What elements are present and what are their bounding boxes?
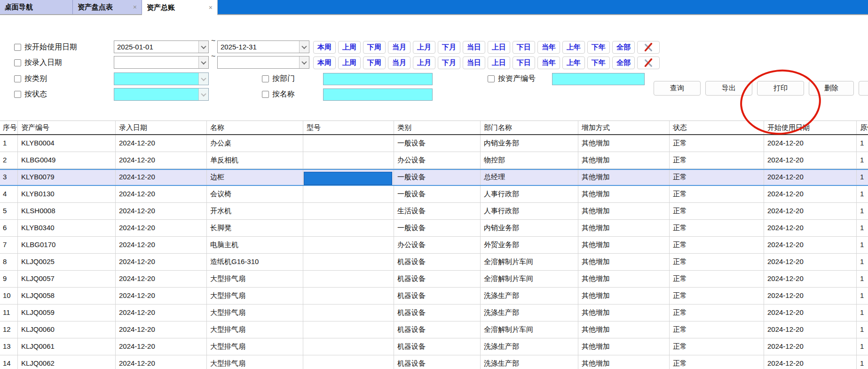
cell-department[interactable]: 全溶解制片车间	[481, 254, 578, 270]
cell-no[interactable]: 13	[0, 338, 18, 355]
table-row[interactable]: 14KLJQ00622024-12-20大型排气扇机器设备洗涤生产部其他增加正常…	[0, 355, 868, 369]
cell-entry-date[interactable]: 2024-12-20	[116, 186, 207, 202]
cell-department[interactable]: 洗涤生产部	[481, 288, 578, 304]
cell-value[interactable]: 1	[857, 203, 868, 219]
quick-range-button[interactable]: 下月	[438, 56, 460, 69]
cell-department[interactable]: 人事行政部	[481, 186, 578, 202]
cell-start-date[interactable]: 2024-12-20	[764, 254, 857, 270]
tab-close-icon[interactable]: ×	[133, 3, 137, 11]
cell-add-method[interactable]: 其他增加	[578, 203, 670, 219]
table-row[interactable]: 7KLBG01702024-12-20电脑主机办公设备外贸业务部其他增加正常20…	[0, 237, 868, 254]
cell-model[interactable]	[303, 305, 394, 321]
cell-name[interactable]: 大型排气扇	[207, 271, 303, 287]
cell-value[interactable]: 1	[857, 254, 868, 270]
name-input[interactable]	[323, 88, 433, 101]
cell-name[interactable]: 会议椅	[207, 186, 303, 202]
checkbox-by-start-use-date[interactable]	[14, 44, 21, 51]
cell-start-date[interactable]: 2024-12-20	[764, 237, 857, 253]
cell-category[interactable]: 机器设备	[394, 271, 481, 287]
status-select[interactable]	[114, 88, 209, 101]
column-header-4[interactable]: 型号	[303, 121, 394, 134]
quick-range-button[interactable]: 全部	[612, 41, 635, 54]
cell-status[interactable]: 正常	[670, 254, 764, 270]
cell-entry-date[interactable]: 2024-12-20	[116, 220, 207, 236]
cell-entry-date[interactable]: 2024-12-20	[116, 152, 207, 168]
quick-range-button[interactable]: 上年	[562, 56, 585, 69]
entry-date-from-select[interactable]	[114, 56, 209, 69]
cell-name[interactable]: 大型排气扇	[207, 288, 303, 304]
quick-range-button[interactable]: 下年	[587, 56, 610, 69]
cell-add-method[interactable]: 其他增加	[578, 338, 670, 355]
quick-range-button[interactable]: 下日	[513, 56, 535, 69]
cell-entry-date[interactable]: 2024-12-20	[116, 254, 207, 270]
cell-asset-no[interactable]: KLJQ0062	[18, 355, 116, 369]
cell-no[interactable]: 6	[0, 220, 18, 236]
cell-add-method[interactable]: 其他增加	[578, 170, 670, 185]
cell-value[interactable]: 1	[857, 186, 868, 202]
quick-range-button[interactable]: 下周	[363, 41, 386, 54]
cell-status[interactable]: 正常	[670, 152, 764, 168]
cell-category[interactable]: 机器设备	[394, 254, 481, 270]
cell-add-method[interactable]: 其他增加	[578, 271, 670, 287]
cell-add-method[interactable]: 其他增加	[578, 355, 670, 369]
table-row[interactable]: 3KLYB00792024-12-20边柜一般设备总经理其他增加正常2024-1…	[0, 169, 868, 186]
cell-start-date[interactable]: 2024-12-20	[764, 152, 857, 168]
cell-asset-no[interactable]: KLYB0004	[18, 135, 116, 152]
cell-asset-no[interactable]: KLBG0170	[18, 237, 116, 253]
cell-start-date[interactable]: 2024-12-20	[764, 321, 857, 338]
cell-start-date[interactable]: 2024-12-20	[764, 355, 857, 369]
quick-range-button[interactable]: 全部	[612, 56, 635, 69]
chevron-down-icon[interactable]	[299, 56, 309, 68]
tab-asset-ledger[interactable]: 资产总账×	[142, 0, 218, 15]
table-row[interactable]: 13KLJQ00612024-12-20大型排气扇机器设备洗涤生产部其他增加正常…	[0, 338, 868, 355]
quick-range-button[interactable]: 下日	[513, 41, 535, 54]
cell-department[interactable]: 外贸业务部	[481, 237, 578, 253]
cell-model[interactable]	[303, 152, 394, 168]
cell-status[interactable]: 正常	[670, 135, 764, 152]
cell-category[interactable]: 机器设备	[394, 288, 481, 304]
quick-range-button[interactable]: 当日	[463, 56, 485, 69]
active-edit-cell[interactable]	[304, 172, 392, 185]
column-header-7[interactable]: 增加方式	[578, 121, 670, 134]
cell-add-method[interactable]: 其他增加	[578, 186, 670, 202]
cell-model[interactable]	[303, 220, 394, 236]
cell-no[interactable]: 5	[0, 203, 18, 219]
cell-entry-date[interactable]: 2024-12-20	[116, 288, 207, 304]
cell-value[interactable]: 1	[857, 135, 868, 152]
cell-start-date[interactable]: 2024-12-20	[764, 338, 857, 355]
asset-no-input[interactable]	[552, 73, 645, 85]
tab-close-icon[interactable]: ×	[209, 4, 213, 11]
cell-add-method[interactable]: 其他增加	[578, 288, 670, 304]
cell-name[interactable]: 开水机	[207, 203, 303, 219]
column-header-3[interactable]: 名称	[207, 121, 303, 134]
cell-asset-no[interactable]: KLJQ0025	[18, 254, 116, 270]
cell-no[interactable]: 8	[0, 254, 18, 270]
cell-department[interactable]: 全溶解制片车间	[481, 321, 578, 338]
cell-asset-no[interactable]: KLYB0340	[18, 220, 116, 236]
cell-model[interactable]	[303, 288, 394, 304]
cell-name[interactable]: 大型排气扇	[207, 305, 303, 321]
cell-model[interactable]	[303, 203, 394, 219]
tab-desktop-nav[interactable]: 桌面导航	[0, 0, 73, 14]
cell-model[interactable]	[303, 271, 394, 287]
cell-category[interactable]: 机器设备	[394, 338, 481, 355]
cell-category[interactable]: 生活设备	[394, 203, 481, 219]
quick-range-button[interactable]: 本周	[313, 41, 336, 54]
tab-asset-inventory[interactable]: 资产盘点表×	[73, 0, 142, 14]
chevron-down-icon[interactable]	[198, 88, 208, 100]
cell-status[interactable]: 正常	[670, 203, 764, 219]
cell-entry-date[interactable]: 2024-12-20	[116, 170, 207, 185]
table-row[interactable]: 6KLYB03402024-12-20长脚凳一般设备内销业务部其他增加正常202…	[0, 220, 868, 237]
quick-range-button[interactable]: 上日	[488, 41, 510, 54]
cell-no[interactable]: 9	[0, 271, 18, 287]
cell-entry-date[interactable]: 2024-12-20	[116, 321, 207, 338]
cell-asset-no[interactable]: KLYB0079	[18, 170, 116, 185]
cell-department[interactable]: 洗涤生产部	[481, 305, 578, 321]
column-header-1[interactable]: 资产编号	[18, 121, 116, 134]
cell-value[interactable]: 1	[857, 338, 868, 355]
checkbox-by-name[interactable]	[262, 91, 269, 98]
cell-entry-date[interactable]: 2024-12-20	[116, 203, 207, 219]
cell-value[interactable]: 1	[857, 305, 868, 321]
cell-status[interactable]: 正常	[670, 305, 764, 321]
cell-category[interactable]: 机器设备	[394, 321, 481, 338]
